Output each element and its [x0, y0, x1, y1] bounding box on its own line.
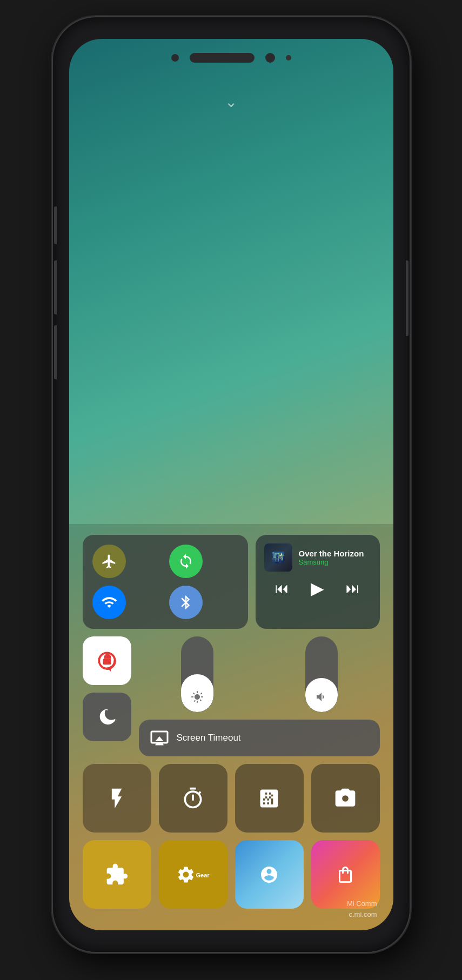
volume-slider-col: [263, 636, 380, 712]
connectivity-panel: [83, 535, 248, 629]
do-not-disturb-button[interactable]: [83, 693, 131, 741]
top-bezel: [69, 39, 393, 77]
mid-row: Screen Timeout: [83, 636, 380, 756]
rotation-icon: [178, 553, 194, 569]
album-art-inner: 🌃: [264, 543, 292, 572]
prev-button[interactable]: ⏮: [275, 580, 289, 597]
puzzle-button[interactable]: [83, 840, 151, 909]
volume-icon: [315, 690, 328, 706]
flashlight-button[interactable]: [83, 764, 151, 833]
wifi-button[interactable]: [92, 586, 126, 619]
motion-icon: [235, 840, 304, 909]
album-art: 🌃: [264, 543, 292, 572]
music-title: Over the Horizon: [299, 549, 371, 558]
music-text: Over the Horizon Samsung: [299, 549, 371, 566]
watermark-line2: c.mi.com: [347, 909, 377, 920]
sun-icon: [191, 690, 204, 703]
airplane-mode-button[interactable]: [92, 545, 126, 578]
airplane-icon: [101, 553, 117, 569]
camera-icon: [333, 787, 357, 810]
screen-timeout-label: Screen Timeout: [177, 732, 241, 744]
brightness-slider-col: [139, 636, 256, 712]
left-toggles: [83, 636, 131, 756]
camera-button[interactable]: [311, 764, 380, 833]
gear-app-label: Gear: [196, 872, 209, 878]
timer-button[interactable]: [159, 764, 227, 833]
small-sensor: [286, 55, 291, 61]
calculator-button[interactable]: [235, 764, 304, 833]
apps-row-1: [83, 764, 380, 833]
power-button[interactable]: [406, 260, 409, 336]
volume-down-button[interactable]: [54, 260, 57, 314]
airplay-icon: [150, 728, 169, 748]
shopping-bag-icon: [336, 865, 355, 884]
sensor-dot: [265, 53, 275, 63]
wifi-icon: [101, 594, 117, 610]
gear-icon: [176, 865, 196, 884]
brightness-slider[interactable]: [181, 636, 213, 712]
timer-icon: [181, 787, 205, 810]
accessibility-icon: [259, 865, 279, 884]
top-row: 🌃 Over the Horizon Samsung ⏮ ▶ ⏭: [83, 535, 380, 629]
music-artist: Samsung: [299, 558, 371, 566]
bluetooth-button[interactable]: [169, 586, 203, 619]
gear-button[interactable]: Gear: [159, 840, 227, 909]
rotation-lock-button[interactable]: [169, 545, 203, 578]
brightness-icon: [191, 690, 204, 706]
calculator-icon: [257, 787, 281, 810]
music-info: 🌃 Over the Horizon Samsung: [264, 543, 371, 572]
moon-icon: [96, 706, 118, 728]
next-button[interactable]: ⏭: [346, 580, 360, 597]
svg-marker-2: [108, 666, 111, 672]
watermark: Mi Comm c.mi.com: [347, 898, 377, 919]
apps-row-2: Gear: [83, 840, 380, 909]
bluetooth-icon: [178, 594, 194, 610]
speaker-icon: [315, 690, 328, 703]
sliders-row: [139, 636, 380, 712]
screen-timeout-button[interactable]: Screen Timeout: [139, 720, 380, 756]
phone-screen: ⌄: [69, 39, 393, 930]
volume-slider[interactable]: [305, 636, 338, 712]
lock-rotation-icon: [95, 649, 119, 673]
control-center: 🌃 Over the Horizon Samsung ⏮ ▶ ⏭: [69, 524, 393, 930]
motion-button[interactable]: [235, 840, 304, 909]
watermark-line1: Mi Comm: [347, 898, 377, 909]
front-camera: [171, 54, 179, 62]
flashlight-icon: [105, 787, 129, 810]
music-controls: ⏮ ▶ ⏭: [264, 578, 371, 599]
phone-wrapper: ⌄: [48, 17, 415, 963]
play-button[interactable]: ▶: [311, 578, 324, 599]
bixby-button[interactable]: [54, 325, 57, 379]
svg-rect-1: [103, 659, 111, 664]
puzzle-icon: [105, 863, 129, 887]
volume-up-button[interactable]: [54, 206, 57, 244]
speaker-grill: [190, 53, 255, 63]
chevron-down-icon[interactable]: ⌄: [225, 93, 237, 111]
music-panel: 🌃 Over the Horizon Samsung ⏮ ▶ ⏭: [256, 535, 380, 629]
portrait-lock-button[interactable]: [83, 636, 131, 685]
